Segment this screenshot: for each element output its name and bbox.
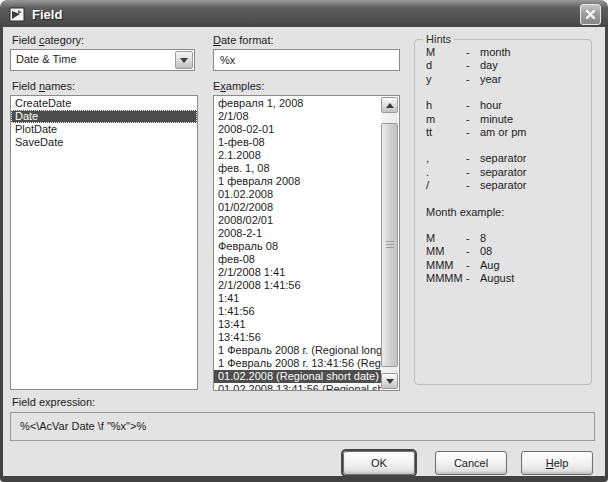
label-segment: H [546, 457, 554, 469]
example-item[interactable]: Февраль 08 [214, 240, 381, 253]
examples-listbox[interactable]: февраля 1, 2008 2/1/08 2008-02-01 1-фев-… [213, 95, 400, 391]
example-item[interactable]: 1 февраля 2008 [214, 175, 381, 188]
title-bar[interactable]: Field [3, 0, 605, 27]
field-name-item[interactable]: SaveDate [11, 136, 197, 149]
field-name-item[interactable]: CreateDate [11, 97, 197, 110]
example-item[interactable]: 1 Февраль 2008 г. 13:41:56 (Regional lon… [214, 357, 381, 370]
example-item-label: февраля 1, 2008 [218, 97, 303, 109]
example-item[interactable]: 01.02.2008 (Regional short date) [214, 370, 381, 383]
example-item-label: 13:41:56 [218, 331, 261, 343]
label-segment: ategory: [44, 34, 84, 46]
example-item[interactable]: 1:41 [214, 292, 381, 305]
example-item-label: 01.02.2008 (Regional short date) [218, 370, 379, 382]
example-item[interactable]: 01.02.2008 [214, 188, 381, 201]
example-item-label: 2/1/2008 1:41:56 [218, 279, 301, 291]
hint-separator: - [466, 152, 480, 165]
help-button[interactable]: Help [521, 451, 593, 475]
scroll-up-button[interactable] [381, 97, 398, 113]
field-names-listbox[interactable]: CreateDate Date PlotDate SaveDate [10, 95, 198, 390]
example-item[interactable]: фев. 1, 08 [214, 162, 381, 175]
scroll-down-button[interactable] [381, 373, 398, 389]
field-name-item-label: CreateDate [15, 97, 71, 109]
field-names-label: Field names: [12, 79, 75, 93]
hint-key: h [426, 99, 466, 112]
field-category-label: Field category: [12, 33, 84, 47]
field-name-item[interactable]: PlotDate [11, 123, 197, 136]
hint-value: minute [480, 113, 513, 126]
chevron-down-icon [386, 379, 394, 384]
example-item-label: 2/1/08 [218, 110, 249, 122]
hint-value: 08 [480, 245, 492, 258]
example-item-label: 1:41:56 [218, 305, 255, 317]
close-icon [585, 9, 596, 20]
field-dialog-icon [9, 7, 27, 22]
label-segment: Field [12, 34, 39, 46]
hints-group-separators: ,-separator .-separator /-separator [426, 152, 583, 192]
field-name-item[interactable]: Date [11, 110, 197, 123]
date-format-label: Date format: [213, 33, 274, 47]
field-expression-label: Field expression: [12, 395, 95, 409]
example-item[interactable]: 2/1/08 [214, 110, 381, 123]
example-item-label: 2008-2-1 [218, 227, 262, 239]
hint-row: tt-am or pm [426, 126, 583, 139]
example-item-label: 1 Февраль 2008 г. 13:41:56 (Regional lon… [218, 357, 381, 369]
ok-button[interactable]: OK [343, 451, 415, 475]
label-segment: Field [12, 80, 39, 92]
example-item[interactable]: 13:41:56 [214, 331, 381, 344]
example-item[interactable]: 2008/02/01 [214, 214, 381, 227]
hint-value: am or pm [480, 126, 526, 139]
example-item-label: 13:41 [218, 318, 246, 330]
field-dialog-window: Field Field category: Date & Time Field … [0, 0, 608, 482]
example-item[interactable]: 2008-02-01 [214, 123, 381, 136]
hint-value: month [480, 46, 511, 59]
label-segment: ate format: [221, 34, 274, 46]
label-segment: ames: [45, 80, 75, 92]
hint-key: d [426, 59, 466, 72]
month-example-row: MM-08 [426, 245, 583, 258]
hint-value: hour [480, 99, 502, 112]
example-item[interactable]: 13:41 [214, 318, 381, 331]
hint-value: August [480, 272, 514, 285]
hint-row: m-minute [426, 113, 583, 126]
hint-value: year [480, 73, 501, 86]
hint-separator: - [466, 113, 480, 126]
example-item[interactable]: 01/02/2008 [214, 201, 381, 214]
example-item[interactable]: 1:41:56 [214, 305, 381, 318]
combo-dropdown-button[interactable] [175, 51, 193, 69]
hint-row: ,-separator [426, 152, 583, 165]
example-item[interactable]: 1 Февраль 2008 г. (Regional long date) [214, 344, 381, 357]
hint-row: M-month [426, 46, 583, 59]
hint-row: /-separator [426, 179, 583, 192]
example-item[interactable]: 1-фев-08 [214, 136, 381, 149]
hint-key: M [426, 46, 466, 59]
example-item-label: 1-фев-08 [218, 136, 265, 148]
close-button[interactable] [580, 4, 601, 25]
hint-row: d-day [426, 59, 583, 72]
month-example-label: Month example: [426, 206, 583, 219]
field-expression-value: %<\AcVar Date \f "%x">% [10, 412, 595, 441]
hint-row: .-separator [426, 166, 583, 179]
hint-key: MMM [426, 259, 466, 272]
scrollbar-thumb[interactable] [381, 123, 398, 367]
example-item[interactable]: февраля 1, 2008 [214, 97, 381, 110]
examples-scrollbar[interactable] [381, 97, 398, 389]
example-item-label: Февраль 08 [218, 240, 278, 252]
field-category-select[interactable]: Date & Time [10, 49, 195, 71]
hint-key: m [426, 113, 466, 126]
hints-groupbox: Hints M-month d-day y-year [414, 33, 592, 385]
label-segment: amples: [226, 80, 265, 92]
example-item-label: фев-08 [218, 253, 255, 265]
field-name-item-label: SaveDate [15, 136, 63, 148]
hints-group-time: h-hour m-minute tt-am or pm [426, 99, 583, 139]
hint-value: separator [480, 179, 526, 192]
label-segment: elp [554, 457, 569, 469]
date-format-input[interactable] [213, 49, 400, 71]
example-item[interactable]: 01.02.2008 13:41:56 (Regional short date… [214, 383, 381, 391]
cancel-button[interactable]: Cancel [435, 451, 507, 475]
example-item[interactable]: 2/1/2008 1:41:56 [214, 279, 381, 292]
example-item[interactable]: фев-08 [214, 253, 381, 266]
example-item[interactable]: 2/1/2008 1:41 [214, 266, 381, 279]
example-item[interactable]: 2.1.2008 [214, 149, 381, 162]
example-item[interactable]: 2008-2-1 [214, 227, 381, 240]
hint-value: 8 [480, 232, 486, 245]
